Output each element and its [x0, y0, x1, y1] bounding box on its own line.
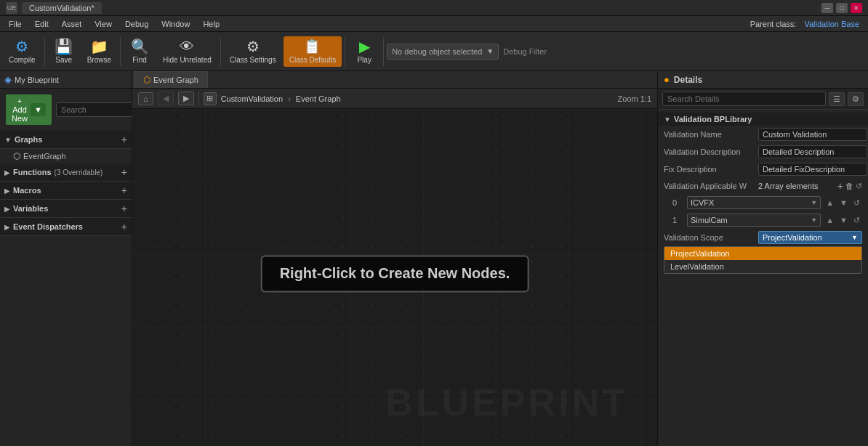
back-button[interactable]: ◀	[158, 92, 174, 105]
breadcrumb-separator	[198, 92, 199, 106]
toolbar-separator-4	[345, 37, 345, 66]
event-dispatchers-add-button[interactable]: +	[121, 221, 127, 232]
toolbar: ⚙ Compile 💾 Save 📁 Browse 🔍 Find 👁 Hide …	[0, 32, 868, 71]
graphs-expand-icon: ▼	[4, 136, 12, 144]
array-item-1-dropdown[interactable]: SimulCam ▼	[687, 214, 821, 227]
details-view-options-button[interactable]: ☰	[829, 92, 845, 106]
array-reset-button[interactable]: ↺	[856, 182, 862, 191]
validation-scope-dropdown[interactable]: ProjectValidation ▼	[758, 231, 862, 244]
left-panel: ◈ My Blueprint + Add New ▼ 🔍 ⚙ ▼ Graphs …	[0, 71, 132, 446]
array-item-1-up[interactable]: ▲	[824, 215, 836, 226]
menu-file[interactable]: File	[3, 18, 28, 30]
array-delete-button[interactable]: 🗑	[845, 182, 853, 190]
graphs-add-button[interactable]: +	[121, 134, 127, 145]
validation-name-input[interactable]	[758, 128, 867, 141]
details-icon: ●	[664, 74, 670, 85]
title-tab[interactable]: CustomValidation*	[22, 2, 102, 14]
menu-help[interactable]: Help	[197, 18, 225, 30]
browse-button[interactable]: 📁 Browse	[81, 36, 117, 67]
array-item-0-down[interactable]: ▼	[837, 198, 850, 208]
fix-description-row: Fix Description ↺	[658, 161, 868, 178]
add-new-arrow-icon: ▼	[31, 103, 46, 116]
debug-filter-dropdown[interactable]: No debug object selected ▼	[387, 44, 499, 60]
home-button[interactable]: ⌂	[138, 92, 153, 105]
close-button[interactable]: ✕	[851, 3, 862, 13]
fix-description-input[interactable]	[758, 163, 867, 176]
class-settings-icon: ⚙	[246, 39, 260, 54]
event-graph-tab-icon: ⬡	[143, 75, 150, 85]
sidebar-item-eventgraph[interactable]: ⬡ EventGraph	[0, 149, 132, 163]
forward-button[interactable]: ▶	[178, 92, 194, 105]
array-item-1-down[interactable]: ▼	[837, 215, 850, 226]
array-item-0-reset[interactable]: ↺	[851, 198, 862, 208]
breadcrumb-bp: CustomValidation	[221, 94, 283, 103]
search-details-input[interactable]	[662, 92, 826, 106]
validation-description-row: Validation Description ↺	[658, 143, 868, 161]
validation-section-expand-icon: ▼	[664, 115, 671, 123]
validation-scope-row: Validation Scope ProjectValidation ▼	[658, 229, 868, 246]
validation-name-row: Validation Name ↺	[658, 126, 868, 143]
event-dispatchers-section-header[interactable]: ▶ Event Dispatchers +	[0, 218, 132, 236]
details-header: ● Details	[658, 71, 868, 89]
macros-expand-icon: ▶	[4, 187, 10, 195]
toolbar-separator-3	[220, 37, 221, 66]
event-dispatchers-expand-icon: ▶	[4, 223, 10, 231]
details-filter-button[interactable]: ⚙	[848, 92, 864, 106]
functions-section-header[interactable]: ▶ Functions (3 Overridable) +	[0, 163, 132, 182]
array-item-0-dropdown[interactable]: ICVFX ▼	[687, 196, 821, 209]
toolbar-separator-1	[44, 37, 45, 66]
graphs-section-header[interactable]: ▼ Graphs +	[0, 131, 132, 149]
array-item-1-reset[interactable]: ↺	[851, 215, 862, 226]
toolbar-separator-2	[120, 37, 121, 66]
blueprint-grid-icon: ⊞	[204, 92, 217, 105]
debug-filter-label: Debug Filter	[503, 47, 547, 56]
ue-logo: UE	[6, 2, 17, 14]
array-item-1-chevron: ▼	[811, 216, 817, 224]
array-item-0-up[interactable]: ▲	[824, 198, 836, 208]
right-panel: ● Details ☰ ⚙ ▼ Validation BPLibrary Val…	[657, 71, 868, 446]
save-icon: 💾	[55, 39, 73, 54]
menu-asset[interactable]: Asset	[56, 18, 88, 30]
scope-option-project[interactable]: ProjectValidation	[664, 247, 861, 260]
functions-add-button[interactable]: +	[121, 166, 127, 178]
tab-event-graph[interactable]: ⬡ Event Graph	[134, 71, 208, 88]
add-new-button[interactable]: + Add New ▼	[6, 94, 52, 125]
details-section-validation: ▼ Validation BPLibrary Validation Name ↺…	[658, 110, 868, 280]
validation-section-header[interactable]: ▼ Validation BPLibrary	[658, 113, 868, 126]
titlebar: UE CustomValidation* ─ □ ✕	[0, 0, 868, 16]
eventgraph-icon: ⬡	[13, 151, 20, 161]
scope-option-level[interactable]: LevelValidation	[664, 260, 861, 273]
hide-unrelated-button[interactable]: 👁 Hide Unrelated	[157, 36, 217, 67]
validation-description-input[interactable]	[758, 145, 867, 158]
menu-debug[interactable]: Debug	[119, 18, 154, 30]
menu-window[interactable]: Window	[156, 18, 196, 30]
class-defaults-button[interactable]: 📋 Class Defaults	[284, 36, 342, 67]
menubar: File Edit Asset View Debug Window Help P…	[0, 16, 868, 32]
array-item-0-chevron: ▼	[811, 199, 817, 206]
array-item-0: 0 ICVFX ▼ ▲ ▼ ↺	[658, 194, 868, 211]
blueprint-icon: ◈	[4, 74, 12, 85]
play-icon: ▶	[359, 39, 370, 54]
array-add-button[interactable]: +	[837, 180, 843, 192]
browse-icon: 📁	[90, 39, 108, 54]
menu-view[interactable]: View	[89, 18, 118, 30]
class-settings-button[interactable]: ⚙ Class Settings	[224, 36, 282, 67]
parent-class-link[interactable]: Validation Base	[804, 20, 859, 28]
scope-dropdown-popup: ProjectValidation LevelValidation	[664, 246, 862, 274]
breadcrumb: CustomValidation › Event Graph	[221, 94, 341, 103]
graph-tabs: ⬡ Event Graph	[132, 71, 657, 89]
window-controls: ─ □ ✕	[821, 3, 862, 13]
variables-section-header[interactable]: ▶ Variables +	[0, 200, 132, 218]
save-button[interactable]: 💾 Save	[48, 36, 80, 67]
macros-section-header[interactable]: ▶ Macros +	[0, 182, 132, 200]
play-button[interactable]: ▶ Play	[348, 36, 380, 67]
minimize-button[interactable]: ─	[821, 3, 833, 13]
graph-canvas[interactable]: Right-Click to Create New Nodes. BLUEPRI…	[132, 109, 657, 446]
macros-add-button[interactable]: +	[121, 185, 127, 196]
variables-add-button[interactable]: +	[121, 203, 127, 214]
find-button[interactable]: 🔍 Find	[124, 36, 156, 67]
breadcrumb-bar: ⌂ ◀ ▶ ⊞ CustomValidation › Event Graph Z…	[132, 89, 657, 109]
compile-button[interactable]: ⚙ Compile	[3, 36, 41, 67]
menu-edit[interactable]: Edit	[29, 18, 55, 30]
maximize-button[interactable]: □	[836, 3, 848, 13]
